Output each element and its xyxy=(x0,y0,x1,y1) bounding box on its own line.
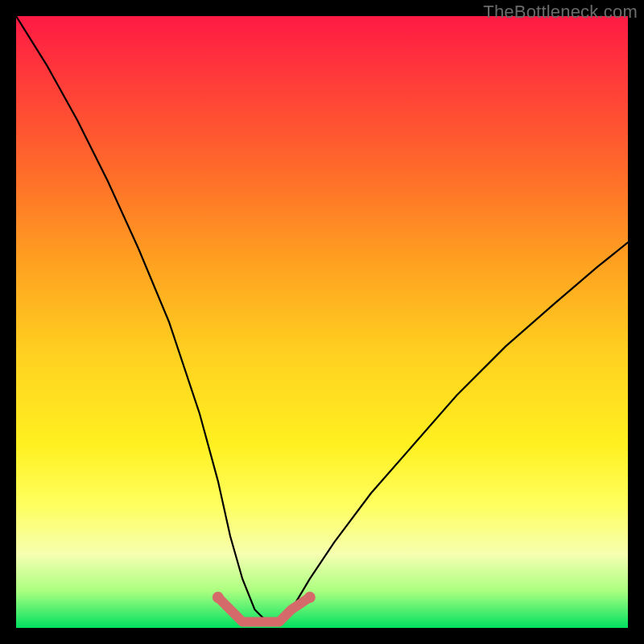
curve-svg xyxy=(16,16,628,628)
chart-frame: TheBottleneck.com xyxy=(0,0,644,644)
tolerance-band-endpoint xyxy=(213,592,224,603)
bottleneck-curve xyxy=(16,16,628,621)
watermark-text: TheBottleneck.com xyxy=(483,2,638,23)
tolerance-band-dots xyxy=(213,592,316,603)
plot-area xyxy=(16,16,628,628)
tolerance-band xyxy=(218,597,310,621)
tolerance-band-endpoint xyxy=(304,592,316,603)
